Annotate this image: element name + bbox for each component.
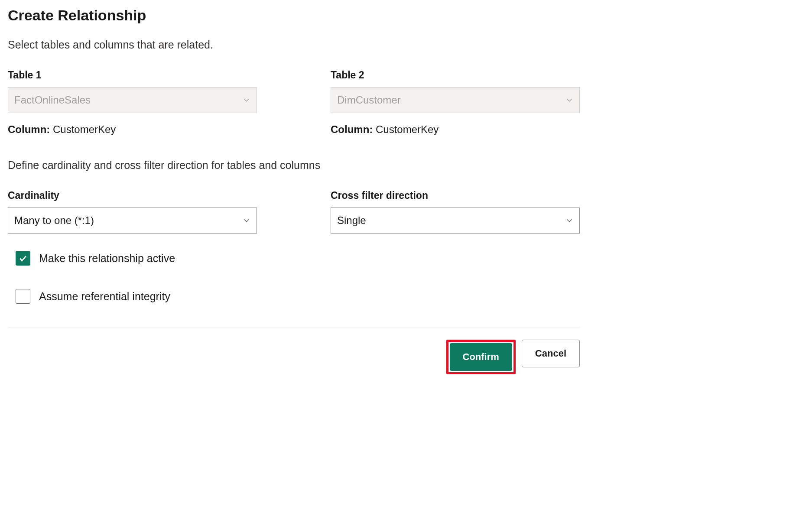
table1-select[interactable]: FactOnlineSales [8, 87, 257, 113]
table2-select-value: DimCustomer [337, 94, 401, 106]
table1-column-value: CustomerKey [53, 123, 116, 135]
active-checkbox-row[interactable]: Make this relationship active [16, 251, 580, 266]
chevron-down-icon [565, 96, 573, 104]
table2-label: Table 2 [331, 69, 580, 81]
crossfilter-select-value: Single [337, 214, 366, 227]
table2-column-label: Column: [331, 123, 373, 135]
tables-row: Table 1 FactOnlineSales Column: Customer… [8, 69, 580, 136]
active-checkbox-label: Make this relationship active [39, 252, 175, 265]
table2-column-line: Column: CustomerKey [331, 123, 580, 136]
crossfilter-label: Cross filter direction [331, 190, 580, 201]
cardinality-select-value: Many to one (*:1) [14, 214, 94, 227]
crossfilter-section: Cross filter direction Single [331, 190, 580, 234]
create-relationship-dialog: Create Relationship Select tables and co… [8, 7, 580, 386]
cancel-button[interactable]: Cancel [522, 340, 580, 367]
dialog-footer: Confirm Cancel [8, 327, 580, 386]
integrity-checkbox-row[interactable]: Assume referential integrity [16, 289, 580, 304]
cardinality-select[interactable]: Many to one (*:1) [8, 208, 257, 234]
cardinality-section: Cardinality Many to one (*:1) [8, 190, 257, 234]
checkmark-icon [18, 253, 28, 263]
table1-section: Table 1 FactOnlineSales Column: Customer… [8, 69, 257, 136]
cardinality-row: Cardinality Many to one (*:1) Cross filt… [8, 190, 580, 234]
active-checkbox[interactable] [16, 251, 30, 266]
chevron-down-icon [243, 217, 250, 224]
table2-section: Table 2 DimCustomer Column: CustomerKey [331, 69, 580, 136]
chevron-down-icon [565, 217, 573, 224]
dialog-instruction: Select tables and columns that are relat… [8, 39, 580, 51]
confirm-highlight: Confirm [446, 340, 516, 374]
integrity-checkbox[interactable] [16, 289, 30, 304]
cardinality-label: Cardinality [8, 190, 257, 201]
chevron-down-icon [243, 96, 250, 104]
integrity-checkbox-label: Assume referential integrity [39, 290, 170, 303]
table2-column-value: CustomerKey [376, 123, 439, 135]
dialog-title: Create Relationship [8, 7, 580, 24]
cardinality-instruction: Define cardinality and cross filter dire… [8, 159, 580, 172]
table2-select[interactable]: DimCustomer [331, 87, 580, 113]
table1-column-label: Column: [8, 123, 50, 135]
table1-label: Table 1 [8, 69, 257, 81]
table1-select-value: FactOnlineSales [14, 94, 91, 106]
confirm-button[interactable]: Confirm [450, 343, 512, 371]
crossfilter-select[interactable]: Single [331, 208, 580, 234]
table1-column-line: Column: CustomerKey [8, 123, 257, 136]
